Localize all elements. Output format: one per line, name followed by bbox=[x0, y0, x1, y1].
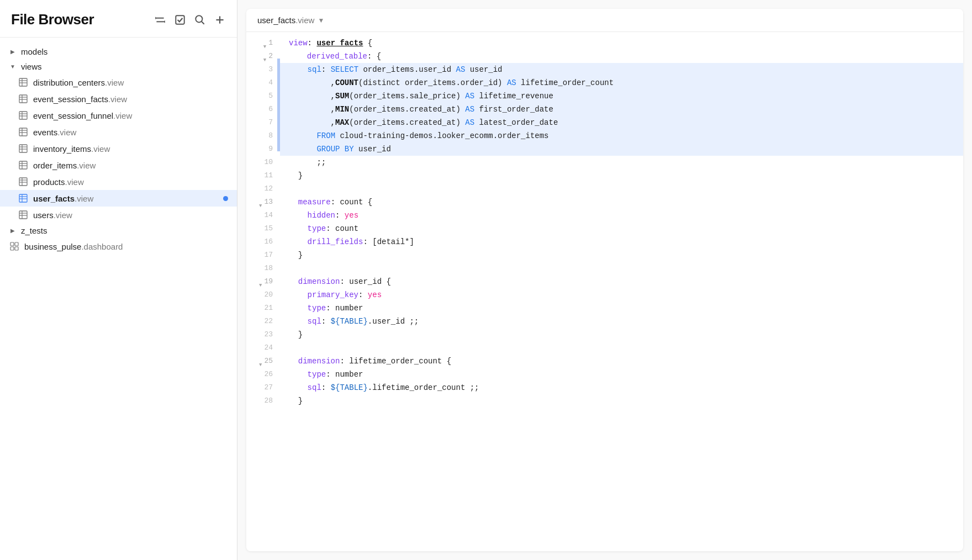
table-icon bbox=[18, 93, 29, 104]
code-line-17: } bbox=[280, 249, 963, 262]
sidebar-item-event-session-funnel[interactable]: event_session_funnel.view bbox=[0, 107, 237, 124]
svg-rect-15 bbox=[19, 112, 27, 119]
code-line-1: view: user_facts { bbox=[280, 36, 963, 50]
line-num-20: 20 bbox=[246, 288, 277, 302]
line-num-2: ▼2 bbox=[246, 50, 277, 63]
line-num-18: 18 bbox=[246, 262, 277, 275]
line-num-3: 3 bbox=[246, 63, 277, 76]
sidebar-item-label: products.view bbox=[33, 177, 84, 187]
code-line-8: FROM cloud-training-demos.looker_ecomm.o… bbox=[280, 129, 963, 142]
svg-rect-43 bbox=[10, 242, 14, 246]
sidebar-item-z-tests[interactable]: ▶ z_tests bbox=[0, 223, 237, 238]
chevron-right-icon: ▶ bbox=[9, 227, 17, 235]
line-num-8: 8 bbox=[246, 129, 277, 142]
table-icon bbox=[18, 126, 29, 138]
svg-rect-2 bbox=[176, 15, 184, 24]
svg-rect-45 bbox=[10, 247, 14, 250]
sidebar-actions bbox=[154, 14, 226, 26]
code-line-2: derived_table: { bbox=[280, 50, 963, 63]
svg-point-3 bbox=[196, 15, 202, 22]
collapse-icon[interactable] bbox=[154, 14, 166, 26]
line-num-14: 14 bbox=[246, 209, 277, 222]
code-line-14: hidden: yes bbox=[280, 209, 963, 222]
svg-rect-31 bbox=[19, 178, 27, 186]
code-line-9: GROUP BY user_id bbox=[280, 142, 963, 156]
sidebar-item-business-pulse[interactable]: business_pulse.dashboard bbox=[0, 238, 237, 255]
sidebar-item-events[interactable]: events.view bbox=[0, 124, 237, 140]
code-editor[interactable]: ▼1 ▼2 3 4 5 6 7 8 9 10 11 12 ▼13 14 15 1… bbox=[246, 32, 963, 551]
sidebar-title: File Browser bbox=[11, 11, 94, 28]
sidebar-item-distribution-centers[interactable]: distribution_centers.view bbox=[0, 74, 237, 91]
chevron-down-icon: ▼ bbox=[9, 63, 17, 71]
code-line-11: } bbox=[280, 169, 963, 182]
code-line-20: primary_key: yes bbox=[280, 288, 963, 302]
table-icon bbox=[18, 110, 29, 121]
code-line-24 bbox=[280, 341, 963, 355]
line-num-23: 23 bbox=[246, 328, 277, 341]
code-line-18 bbox=[280, 262, 963, 275]
line-num-22: 22 bbox=[246, 315, 277, 328]
sidebar-item-label: events.view bbox=[33, 128, 76, 137]
sidebar-item-products[interactable]: products.view bbox=[0, 173, 237, 190]
sidebar-item-models[interactable]: ▶ models bbox=[0, 44, 237, 59]
editor-tab-bar: user_facts.view ▼ bbox=[246, 9, 963, 32]
sidebar-item-inventory-items[interactable]: inventory_items.view bbox=[0, 140, 237, 157]
code-line-23: } bbox=[280, 328, 963, 341]
code-line-7: ,MAX(order_items.created_at) AS latest_o… bbox=[280, 116, 963, 129]
sidebar-item-event-session-facts[interactable]: event_session_facts.view bbox=[0, 91, 237, 107]
code-line-22: sql: ${TABLE}.user_id ;; bbox=[280, 315, 963, 328]
svg-rect-27 bbox=[19, 161, 27, 169]
add-icon[interactable] bbox=[214, 14, 226, 26]
code-line-10: ;; bbox=[280, 156, 963, 169]
chevron-right-icon: ▶ bbox=[9, 48, 17, 56]
line-num-4: 4 bbox=[246, 76, 277, 89]
code-line-28: } bbox=[280, 394, 963, 408]
code-line-25: dimension: lifetime_order_count { bbox=[280, 355, 963, 368]
line-num-13: ▼13 bbox=[246, 196, 277, 209]
table-icon bbox=[18, 209, 29, 220]
sidebar-item-user-facts[interactable]: user_facts.view bbox=[0, 190, 237, 207]
line-num-27: 27 bbox=[246, 381, 277, 394]
svg-line-4 bbox=[202, 21, 204, 24]
sidebar-item-order-items[interactable]: order_items.view bbox=[0, 157, 237, 173]
dashboard-icon bbox=[9, 241, 20, 252]
checkbox-icon[interactable] bbox=[174, 14, 186, 26]
line-num-19: ▼19 bbox=[246, 275, 277, 288]
sidebar-item-label: distribution_centers.view bbox=[33, 78, 124, 87]
tab-label: user_facts.view bbox=[257, 15, 314, 25]
code-line-15: type: count bbox=[280, 222, 963, 235]
code-line-3: sql: SELECT order_items.user_id AS user_… bbox=[280, 63, 963, 76]
code-line-27: sql: ${TABLE}.lifetime_order_count ;; bbox=[280, 381, 963, 394]
svg-rect-39 bbox=[19, 211, 27, 219]
code-line-16: drill_fields: [detail*] bbox=[280, 235, 963, 249]
line-num-10: 10 bbox=[246, 156, 277, 169]
table-icon bbox=[18, 143, 29, 154]
line-num-15: 15 bbox=[246, 222, 277, 235]
code-content: view: user_facts { derived_table: { sql:… bbox=[280, 32, 963, 551]
line-num-21: 21 bbox=[246, 302, 277, 315]
line-num-28: 28 bbox=[246, 394, 277, 408]
line-num-26: 26 bbox=[246, 368, 277, 381]
line-num-6: 6 bbox=[246, 103, 277, 116]
line-num-16: 16 bbox=[246, 235, 277, 249]
sidebar-item-label: z_tests bbox=[21, 226, 47, 235]
svg-rect-23 bbox=[19, 145, 27, 152]
sidebar-item-label: inventory_items.view bbox=[33, 144, 110, 154]
sidebar-item-label: user_facts.view bbox=[33, 194, 93, 203]
sidebar: File Browser bbox=[0, 0, 237, 560]
sidebar-item-views[interactable]: ▼ views bbox=[0, 59, 237, 74]
line-num-11: 11 bbox=[246, 169, 277, 182]
svg-rect-19 bbox=[19, 128, 27, 136]
modified-dot bbox=[223, 196, 228, 201]
sidebar-item-label: business_pulse.dashboard bbox=[24, 242, 123, 251]
svg-rect-35 bbox=[19, 194, 27, 202]
sidebar-item-label: event_session_facts.view bbox=[33, 94, 127, 104]
search-icon[interactable] bbox=[194, 14, 206, 26]
code-line-21: type: number bbox=[280, 302, 963, 315]
sidebar-item-users[interactable]: users.view bbox=[0, 207, 237, 223]
line-num-7: 7 bbox=[246, 116, 277, 129]
sidebar-item-label: event_session_funnel.view bbox=[33, 111, 132, 120]
sidebar-tree: ▶ models ▼ views distribution_centers.vi… bbox=[0, 38, 237, 560]
editor-tab-user-facts[interactable]: user_facts.view ▼ bbox=[257, 15, 324, 25]
tab-dropdown-icon[interactable]: ▼ bbox=[318, 17, 324, 24]
